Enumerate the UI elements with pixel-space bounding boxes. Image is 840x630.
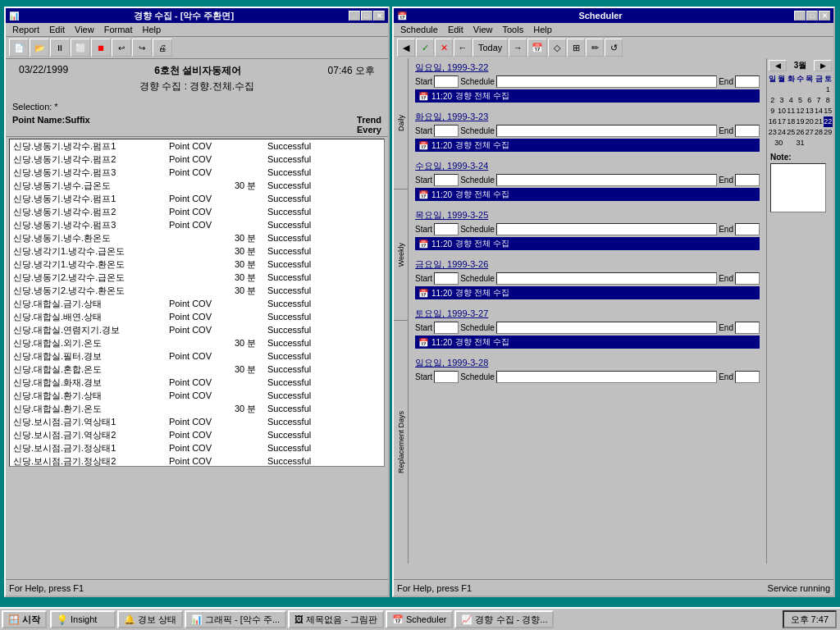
cal-day-cell[interactable]: 19 bbox=[796, 116, 805, 127]
sched-menu-view[interactable]: View bbox=[468, 24, 498, 35]
schedule-days[interactable]: 일요일, 1999-3-22 Start Schedule End 📅11:20… bbox=[409, 58, 766, 564]
schedule-name-input[interactable] bbox=[496, 371, 717, 383]
toolbar-btn-2[interactable]: 📂 bbox=[30, 39, 49, 57]
sched-menu-edit[interactable]: Edit bbox=[443, 24, 468, 35]
day-name-link[interactable]: 일요일, 1999-3-28 bbox=[415, 358, 488, 368]
note-content[interactable] bbox=[770, 163, 826, 212]
cal-day-cell[interactable]: 14 bbox=[814, 106, 823, 116]
end-time-input[interactable] bbox=[735, 272, 760, 285]
cal-day-cell[interactable]: 29 bbox=[824, 127, 833, 138]
sched-right-btn[interactable]: → bbox=[509, 39, 527, 57]
start-time-input[interactable] bbox=[434, 272, 459, 285]
toolbar-btn-3[interactable]: ⬜ bbox=[71, 39, 90, 57]
end-time-input[interactable] bbox=[735, 223, 760, 235]
taskbar-item-3[interactable]: 🖼제목없음 - 그림판 bbox=[288, 610, 384, 628]
start-time-input[interactable] bbox=[434, 371, 459, 383]
schedule-name-input[interactable] bbox=[496, 223, 717, 235]
schedule-entry[interactable]: 📅11:20경향 전체 수집 bbox=[415, 237, 760, 250]
cal-day-cell[interactable]: 5 bbox=[796, 95, 805, 106]
sched-edit-btn[interactable]: ✏ bbox=[586, 39, 604, 57]
schedule-name-input[interactable] bbox=[496, 174, 717, 186]
schedule-entry[interactable]: 📅11:20경향 전체 수집 bbox=[415, 139, 760, 152]
sched-left-btn[interactable]: ← bbox=[454, 39, 472, 57]
schedule-entry[interactable]: 📅11:20경향 전체 수집 bbox=[415, 286, 760, 299]
toolbar-btn-4[interactable]: ↩ bbox=[112, 39, 131, 57]
close-button[interactable]: ✕ bbox=[373, 11, 385, 21]
schedule-name-input[interactable] bbox=[496, 75, 717, 88]
sched-back-btn[interactable]: ◀ bbox=[397, 39, 415, 57]
start-time-input[interactable] bbox=[434, 223, 459, 235]
schedule-name-input[interactable] bbox=[496, 125, 717, 137]
sched-check-btn[interactable]: ✓ bbox=[416, 39, 434, 57]
end-time-input[interactable] bbox=[735, 75, 760, 88]
cal-day-cell[interactable]: 8 bbox=[824, 95, 833, 106]
cal-day-cell[interactable]: 6 bbox=[805, 95, 814, 106]
cal-day-cell[interactable]: 27 bbox=[805, 127, 814, 138]
sched-maximize-button[interactable]: □ bbox=[806, 11, 818, 21]
cal-day-cell[interactable]: 3 bbox=[777, 95, 786, 106]
menu-format[interactable]: Format bbox=[99, 24, 138, 35]
maximize-button[interactable]: □ bbox=[361, 11, 372, 21]
cal-day-cell[interactable]: 13 bbox=[805, 106, 814, 116]
schedule-entry[interactable]: 📅11:20경향 전체 수집 bbox=[415, 89, 760, 103]
minimize-button[interactable]: _ bbox=[349, 11, 360, 21]
cal-next-btn[interactable]: ▶ bbox=[814, 60, 832, 71]
sched-today-btn[interactable]: Today bbox=[472, 39, 508, 57]
end-time-input[interactable] bbox=[735, 174, 760, 186]
cal-day-cell[interactable]: 9 bbox=[768, 106, 777, 116]
toolbar-btn-stop[interactable]: ⏹ bbox=[91, 39, 111, 57]
cal-day-cell[interactable]: 26 bbox=[796, 127, 805, 138]
cal-day-cell[interactable]: 2 bbox=[768, 95, 777, 106]
day-name-link[interactable]: 화요일, 1999-3-23 bbox=[415, 112, 488, 121]
menu-help[interactable]: Help bbox=[138, 24, 167, 35]
taskbar-item-4[interactable]: 📅Scheduler bbox=[386, 610, 454, 628]
sched-menu-schedule[interactable]: Schedule bbox=[395, 24, 443, 35]
sched-grid-btn[interactable]: ⊞ bbox=[567, 39, 585, 57]
day-name-link[interactable]: 토요일, 1999-3-27 bbox=[415, 308, 488, 318]
sched-cal-btn[interactable]: 📅 bbox=[527, 39, 547, 57]
day-name-link[interactable]: 수요일, 1999-3-24 bbox=[415, 161, 488, 171]
taskbar-item-0[interactable]: 💡Insight bbox=[50, 610, 116, 628]
cal-day-cell[interactable]: 20 bbox=[805, 116, 814, 127]
cal-day-cell[interactable]: 28 bbox=[814, 127, 823, 138]
end-time-input[interactable] bbox=[735, 322, 760, 334]
schedule-entry[interactable]: 📅11:20경향 전체 수집 bbox=[415, 188, 760, 201]
start-time-input[interactable] bbox=[434, 125, 459, 137]
toolbar-btn-pause[interactable]: ⏸ bbox=[50, 39, 70, 57]
cal-day-cell[interactable]: 18 bbox=[787, 116, 796, 127]
cal-day-cell[interactable]: 21 bbox=[814, 116, 823, 127]
sched-diamond-btn[interactable]: ◇ bbox=[548, 39, 566, 57]
cal-day-cell[interactable]: 12 bbox=[796, 106, 805, 116]
start-time-input[interactable] bbox=[434, 322, 459, 334]
cal-day-cell[interactable]: 7 bbox=[814, 95, 823, 106]
cal-day-cell[interactable]: 23 bbox=[768, 127, 777, 138]
start-time-input[interactable] bbox=[434, 75, 459, 88]
cal-prev-btn[interactable]: ◀ bbox=[769, 60, 787, 71]
cal-day-cell[interactable]: 1 bbox=[824, 84, 833, 95]
taskbar-item-2[interactable]: 📊그래픽 - [악수 주... bbox=[185, 610, 286, 628]
day-name-link[interactable]: 목요일, 1999-3-25 bbox=[415, 210, 488, 220]
sched-menu-help[interactable]: Help bbox=[528, 24, 557, 35]
cal-day-cell[interactable]: 25 bbox=[787, 127, 796, 138]
cal-day-cell[interactable]: 15 bbox=[824, 106, 833, 116]
menu-report[interactable]: Report bbox=[7, 24, 44, 35]
sched-menu-tools[interactable]: Tools bbox=[498, 24, 529, 35]
day-name-link[interactable]: 금요일, 1999-3-26 bbox=[415, 259, 488, 269]
cal-day-cell[interactable]: 30 bbox=[768, 138, 789, 148]
sched-minimize-button[interactable]: _ bbox=[794, 11, 806, 21]
start-button[interactable]: 🪟 시작 bbox=[2, 610, 47, 628]
trend-data-list[interactable]: 신당.냉동기.냉각수.펌프1 Point COV Successful 신당.냉… bbox=[9, 139, 385, 467]
toolbar-btn-5[interactable]: ↪ bbox=[132, 39, 152, 57]
cal-day-cell[interactable]: 10 bbox=[777, 106, 786, 116]
cal-day-cell[interactable]: 17 bbox=[777, 116, 786, 127]
sched-refresh-btn[interactable]: ↺ bbox=[605, 39, 623, 57]
start-time-input[interactable] bbox=[434, 174, 459, 186]
toolbar-btn-1[interactable]: 📄 bbox=[9, 39, 29, 57]
cal-day-cell[interactable]: 22 bbox=[824, 116, 833, 127]
schedule-name-input[interactable] bbox=[496, 322, 717, 334]
schedule-name-input[interactable] bbox=[496, 272, 717, 285]
menu-view[interactable]: View bbox=[70, 24, 99, 35]
end-time-input[interactable] bbox=[735, 371, 760, 383]
sched-close-button[interactable]: ✕ bbox=[819, 11, 830, 21]
day-name-link[interactable]: 일요일, 1999-3-22 bbox=[415, 62, 488, 72]
